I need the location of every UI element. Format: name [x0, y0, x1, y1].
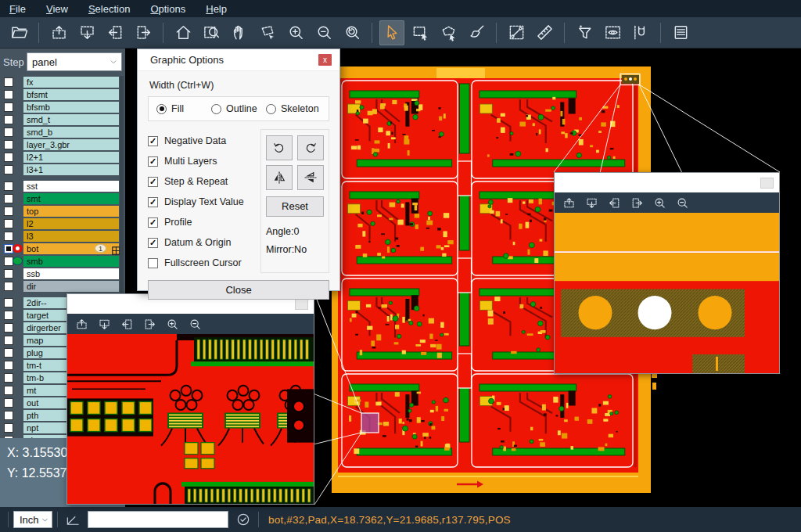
dialog-close-button[interactable]: x — [318, 54, 332, 66]
layer-visibility-checkbox[interactable] — [4, 269, 13, 279]
open-folder-button[interactable] — [6, 20, 31, 45]
layer-visibility-checkbox[interactable] — [4, 128, 13, 137]
radio-dot[interactable] — [266, 104, 276, 114]
ruler-button[interactable] — [532, 20, 557, 45]
close-button[interactable]: Close — [148, 280, 329, 300]
layer-visibility-checkbox[interactable] — [4, 219, 13, 228]
pan-down-button[interactable] — [585, 196, 598, 210]
magnifier1-content[interactable] — [67, 334, 314, 504]
layers-list-button[interactable] — [668, 20, 693, 45]
checkbox-fullscreen-cursor[interactable]: Fullscreen Cursor — [148, 253, 254, 273]
zoom-prev-button[interactable] — [339, 20, 365, 45]
layer-name[interactable]: ssb — [23, 268, 119, 279]
layer-name[interactable]: smt — [23, 193, 119, 204]
layer-row-smb[interactable]: smb — [0, 255, 125, 267]
checkbox-box[interactable]: ✓ — [148, 197, 158, 207]
unit-select[interactable]: Inch — [13, 511, 52, 528]
pan-up-button[interactable] — [562, 196, 576, 210]
magnifier-window-1[interactable] — [66, 293, 314, 505]
radio-skeleton[interactable]: Skeleton — [266, 103, 321, 114]
layer-visibility-checkbox[interactable] — [4, 77, 13, 87]
layer-row-bot[interactable]: bot1 — [0, 243, 125, 254]
layer-active-indicator[interactable] — [13, 257, 23, 265]
radio-outline[interactable]: Outline — [211, 103, 266, 114]
step-select[interactable]: panel — [27, 52, 122, 71]
layer-active-indicator[interactable] — [13, 244, 23, 253]
menu-selection[interactable]: Selection — [88, 3, 130, 15]
layer-row-l2[interactable]: l2 — [0, 217, 125, 229]
checkbox-box[interactable]: ✓ — [148, 177, 158, 187]
layer-name[interactable]: sst — [23, 181, 119, 192]
layer-row-bfsmb[interactable]: bfsmb — [0, 101, 125, 113]
layer-visibility-checkbox[interactable] — [4, 348, 13, 358]
layer-visibility-checkbox[interactable] — [4, 361, 13, 370]
magnifier2-titlebar[interactable] — [555, 173, 779, 192]
layer-visibility-checkbox[interactable] — [4, 298, 13, 307]
zoom-area-button[interactable] — [199, 20, 224, 45]
zoom-out-button[interactable] — [189, 318, 202, 331]
layer-row-bfsmt[interactable]: bfsmt — [0, 88, 125, 100]
zoom-out-button[interactable] — [311, 20, 336, 45]
magnifier2-window-button[interactable] — [760, 178, 774, 189]
layer-visibility-checkbox[interactable] — [4, 423, 13, 433]
layer-row-sst[interactable]: sst — [0, 180, 125, 192]
layer-visibility-checkbox[interactable] — [4, 282, 13, 291]
layer-row-layer_3.gbr[interactable]: layer_3.gbr — [0, 138, 125, 150]
checkbox-negative-data[interactable]: ✓Negative Data — [148, 131, 254, 151]
layer-row-smd_b[interactable]: smd_b — [0, 126, 125, 138]
layer-name[interactable]: top — [23, 206, 119, 217]
layer-name[interactable]: l3 — [23, 231, 119, 242]
layer-visibility-checkbox[interactable] — [4, 153, 13, 162]
layer-name[interactable]: l2 — [23, 218, 119, 229]
pan-right-button[interactable] — [143, 318, 156, 331]
layer-visibility-checkbox[interactable] — [4, 398, 13, 408]
radio-dot[interactable] — [211, 104, 221, 114]
layer-visibility-checkbox[interactable] — [4, 411, 13, 420]
layer-row-dir[interactable]: dir — [0, 280, 125, 292]
layer-visibility-checkbox[interactable] — [4, 323, 13, 332]
layer-visibility-checkbox[interactable] — [4, 140, 13, 149]
menu-view[interactable]: View — [46, 3, 68, 15]
layer-name[interactable]: smd_b — [23, 127, 119, 138]
checkbox-box[interactable]: ✓ — [148, 238, 158, 248]
pan-left-button[interactable] — [120, 318, 134, 331]
checkbox-multi-layers[interactable]: ✓Multi Layers — [148, 151, 254, 171]
menu-file[interactable]: File — [9, 3, 26, 15]
mirror-v-button[interactable] — [297, 165, 324, 190]
command-input[interactable] — [88, 511, 228, 528]
reset-button[interactable]: Reset — [266, 196, 324, 217]
poly-select-button[interactable] — [436, 20, 461, 45]
layer-name[interactable]: bfsmt — [23, 89, 119, 100]
layer-visibility-checkbox[interactable] — [4, 182, 13, 191]
magnifier2-content[interactable] — [555, 213, 779, 373]
layer-name[interactable]: bfsmb — [23, 102, 119, 113]
layer-visibility-checkbox[interactable] — [4, 207, 13, 216]
pan-left-button[interactable] — [102, 20, 128, 45]
pan-right-button[interactable] — [131, 20, 156, 45]
checkbox-datum-origin[interactable]: ✓Datum & Origin — [148, 232, 254, 253]
measure-line-button[interactable] — [504, 20, 529, 45]
layer-name[interactable]: layer_3.gbr — [23, 139, 119, 150]
zoom-out-button[interactable] — [676, 196, 689, 210]
layer-row-ssb[interactable]: ssb — [0, 268, 125, 279]
checkbox-box[interactable] — [148, 258, 158, 268]
layer-visibility-checkbox[interactable] — [4, 102, 13, 112]
sync-check-icon[interactable] — [235, 512, 251, 527]
layer-row-fx[interactable]: fx — [0, 76, 125, 88]
zoom-in-button[interactable] — [653, 196, 666, 210]
layer-visibility-checkbox[interactable] — [4, 311, 13, 320]
layer-row-l2+1[interactable]: l2+1 — [0, 151, 125, 163]
dialog-titlebar[interactable]: Graphic Options x — [138, 49, 339, 71]
pan-left-button[interactable] — [608, 196, 621, 210]
rect-select-button[interactable] — [408, 20, 433, 45]
pan-right-button[interactable] — [630, 196, 644, 210]
layer-visibility-checkbox[interactable] — [4, 165, 13, 174]
layer-visibility-checkbox[interactable] — [4, 90, 13, 99]
pan-hand-button[interactable] — [227, 20, 252, 45]
layer-name[interactable]: smd_t — [23, 114, 119, 125]
layer-visibility-checkbox[interactable] — [4, 336, 13, 345]
pan-up-button[interactable] — [75, 318, 88, 331]
mirror-h-button[interactable] — [266, 165, 293, 190]
layer-visibility-checkbox[interactable] — [4, 194, 13, 203]
radio-fill[interactable]: Fill — [156, 103, 211, 114]
